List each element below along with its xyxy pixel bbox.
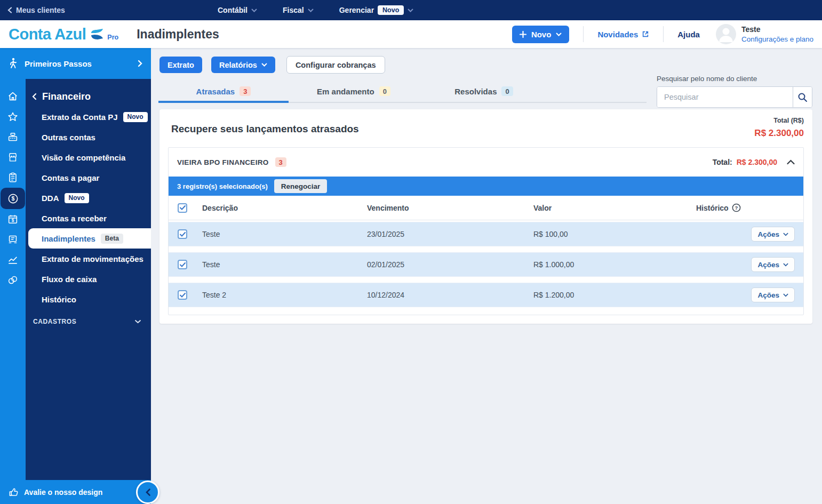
divider: [583, 26, 584, 42]
client-search: Pesquisar pelo nome do cliente: [657, 75, 812, 108]
rail-item-financeiro[interactable]: $: [1, 188, 25, 209]
row-checkbox[interactable]: [178, 260, 187, 269]
tab-em-andamento[interactable]: Em andamento 0: [289, 86, 419, 103]
collapse-group-icon[interactable]: [787, 159, 795, 165]
design-feedback-label: Avalie o nosso design: [24, 488, 102, 497]
search-button[interactable]: [793, 87, 812, 107]
sidebar-item-outras-contas[interactable]: Outras contas: [26, 127, 151, 147]
walking-person-icon: [7, 58, 18, 69]
relatorios-button[interactable]: Relatórios: [211, 57, 275, 73]
dollar-circle-icon: $: [7, 193, 19, 205]
icon-rail: $ $: [0, 79, 26, 480]
row-checkbox[interactable]: [178, 290, 187, 300]
sidebar-panel: Financeiro Extrato da Conta PJ Novo Outr…: [26, 79, 151, 480]
tab-atrasadas[interactable]: Atrasadas 3: [158, 86, 289, 103]
sidebar-item-historico[interactable]: Histórico: [26, 289, 151, 309]
chevron-down-icon: [251, 9, 257, 12]
line-chart-icon: [7, 254, 19, 266]
sidebar-item-visao-competencia[interactable]: Visão de competência: [26, 147, 151, 167]
logo-mark-icon: [90, 28, 104, 41]
check-icon: [180, 232, 186, 237]
rail-item-sales[interactable]: [0, 127, 26, 147]
sidebar-item-contas-a-receber[interactable]: Contas a receber: [26, 208, 151, 228]
rail-item-store[interactable]: [0, 147, 26, 167]
design-feedback-bar[interactable]: Avalie o nosso design: [0, 480, 151, 504]
item-label: Extrato da Conta PJ: [42, 113, 118, 122]
novidades-link[interactable]: Novidades: [597, 30, 649, 39]
sidebar-section-financeiro[interactable]: Financeiro: [26, 86, 151, 107]
user-menu[interactable]: Teste Configurações e plano: [716, 24, 813, 44]
menu-contabil[interactable]: Contábil: [218, 6, 257, 14]
primeiros-passos-button[interactable]: Primeiros Passos: [0, 48, 151, 79]
back-to-clients-link[interactable]: Meus clientes: [7, 6, 65, 14]
rail-item-relatorios[interactable]: [0, 250, 26, 270]
chevron-down-icon: [556, 33, 562, 36]
tab-resolvidas[interactable]: Resolvidas 0: [419, 86, 549, 103]
rail-item-tasks[interactable]: [0, 167, 26, 188]
acoes-button[interactable]: Ações: [751, 287, 795, 302]
beta-badge: Beta: [101, 234, 123, 244]
novo-badge: Novo: [65, 193, 89, 203]
sidebar-item-fluxo-de-caixa[interactable]: Fluxo de caixa: [26, 269, 151, 289]
rail-item-favorites[interactable]: [0, 107, 26, 127]
sidebar-item-contas-a-pagar[interactable]: Contas a pagar: [26, 167, 151, 188]
sidebar-section-cadastros[interactable]: CADASTROS: [26, 311, 151, 332]
settings-link[interactable]: Configurações e plano: [741, 35, 813, 43]
rail-item-integracoes[interactable]: [0, 270, 26, 290]
group-total-value: R$ 2.300,00: [737, 158, 777, 166]
sidebar-item-extrato-conta-pj[interactable]: Extrato da Conta PJ Novo: [26, 107, 151, 127]
col-historico: Histórico: [696, 204, 729, 212]
table-rows: Teste 23/01/2025 R$ 100,00 Ações: [169, 220, 803, 315]
menu-fiscal[interactable]: Fiscal: [283, 6, 314, 14]
table-row: Teste 2 10/12/2024 R$ 1.200,00 Ações: [169, 283, 803, 307]
cadastros-label: CADASTROS: [33, 318, 76, 325]
acoes-label: Ações: [757, 291, 779, 299]
select-all-checkbox[interactable]: [178, 203, 187, 213]
chevron-right-icon: [138, 60, 142, 67]
table-row: Teste 23/01/2025 R$ 100,00 Ações: [169, 222, 803, 246]
menu-gerenciar[interactable]: Gerenciar Novo: [339, 5, 414, 15]
app-header: Conta Azul Pro Inadimplentes Novo Novida…: [0, 20, 822, 48]
total-value: R$ 2.300,00: [754, 128, 804, 139]
thumbs-up-icon: [9, 487, 19, 497]
svg-text:$: $: [12, 218, 14, 223]
row-descricao: Teste: [202, 260, 367, 269]
chevron-down-icon: [783, 293, 788, 297]
acoes-button[interactable]: Ações: [751, 227, 795, 242]
collapse-sidebar-button[interactable]: [136, 481, 159, 504]
renegociar-button[interactable]: Renegociar: [274, 179, 328, 193]
extrato-button[interactable]: Extrato: [159, 57, 202, 73]
rail-item-notas[interactable]: [0, 229, 26, 250]
col-descricao: Descrição: [202, 204, 367, 212]
home-icon: [7, 91, 19, 102]
acoes-button[interactable]: Ações: [751, 257, 795, 272]
search-input[interactable]: [657, 87, 793, 107]
tabs-underline-filler: [549, 86, 647, 103]
novo-button[interactable]: Novo: [512, 26, 570, 43]
ajuda-link[interactable]: Ajuda: [677, 30, 700, 39]
sidebar-item-inadimplentes[interactable]: Inadimplentes Beta: [28, 228, 151, 249]
header-actions: Novo Novidades Ajuda Teste Configurações…: [512, 24, 822, 44]
person-icon: [716, 24, 736, 44]
help-icon[interactable]: ?: [732, 203, 741, 212]
menu-gerenciar-label: Gerenciar: [339, 6, 374, 14]
client-count-badge: 3: [275, 157, 286, 167]
client-group-header[interactable]: VIEIRA BPO FINANCEIRO 3 Total: R$ 2.300,…: [169, 148, 803, 177]
sidebar-item-dda[interactable]: DDA Novo: [26, 188, 151, 208]
item-label: Inadimplentes: [42, 234, 95, 243]
rail-item-agenda-financeira[interactable]: $: [0, 209, 26, 229]
configurar-cobrancas-button[interactable]: Configurar cobranças: [286, 56, 385, 74]
client-name: VIEIRA BPO FINANCEIRO: [177, 158, 269, 166]
chevron-down-icon: [408, 9, 413, 12]
chevron-down-icon: [308, 9, 314, 12]
rail-item-home[interactable]: [0, 86, 26, 107]
top-menus: Contábil Fiscal Gerenciar Novo: [218, 5, 413, 15]
check-icon: [180, 262, 186, 267]
sidebar-item-extrato-movimentacoes[interactable]: Extrato de movimentações: [26, 249, 151, 269]
row-checkbox[interactable]: [178, 229, 187, 239]
contaazul-logo[interactable]: Conta Azul Pro: [9, 26, 118, 43]
gerenciar-novo-badge: Novo: [378, 5, 404, 15]
item-label: DDA: [42, 194, 59, 203]
item-label: Contas a receber: [42, 214, 107, 223]
plus-icon: [520, 31, 526, 38]
